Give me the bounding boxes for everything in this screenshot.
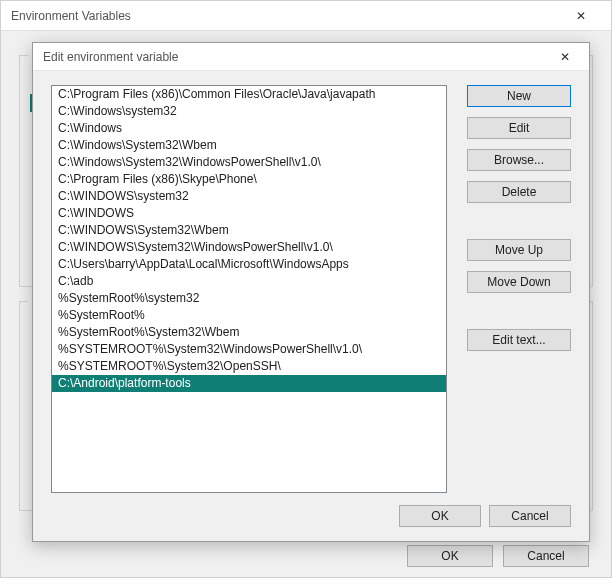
browse-button[interactable]: Browse... [467, 149, 571, 171]
list-item[interactable]: C:\Windows\system32 [52, 103, 446, 120]
delete-button[interactable]: Delete [467, 181, 571, 203]
list-item[interactable]: C:\Android\platform-tools [52, 375, 446, 392]
list-item[interactable]: C:\WINDOWS\System32\WindowsPowerShell\v1… [52, 239, 446, 256]
button-gap [467, 213, 571, 239]
list-item[interactable]: C:\Windows\System32\WindowsPowerShell\v1… [52, 154, 446, 171]
ok-button[interactable]: OK [399, 505, 481, 527]
edit-text-button[interactable]: Edit text... [467, 329, 571, 351]
cancel-button[interactable]: Cancel [503, 545, 589, 567]
list-item[interactable]: C:\Users\barry\AppData\Local\Microsoft\W… [52, 256, 446, 273]
edit-env-var-bottom-buttons: OK Cancel [399, 505, 571, 527]
side-buttons: New Edit Browse... Delete Move Up Move D… [467, 85, 571, 361]
edit-env-var-body: C:\Program Files (x86)\Common Files\Orac… [33, 71, 589, 541]
list-item[interactable]: C:\WINDOWS\System32\Wbem [52, 222, 446, 239]
list-item[interactable]: %SystemRoot%\System32\Wbem [52, 324, 446, 341]
button-gap [467, 303, 571, 329]
list-item[interactable]: C:\Program Files (x86)\Common Files\Orac… [52, 86, 446, 103]
list-item[interactable]: C:\Windows\System32\Wbem [52, 137, 446, 154]
edit-button[interactable]: Edit [467, 117, 571, 139]
cancel-button[interactable]: Cancel [489, 505, 571, 527]
edit-env-var-titlebar: Edit environment variable ✕ [33, 43, 589, 71]
list-item[interactable]: C:\adb [52, 273, 446, 290]
new-button[interactable]: New [467, 85, 571, 107]
list-item[interactable]: C:\WINDOWS [52, 205, 446, 222]
env-vars-bottom-buttons: OK Cancel [407, 545, 589, 567]
ok-button[interactable]: OK [407, 545, 493, 567]
env-vars-titlebar: Environment Variables ✕ [1, 1, 611, 31]
path-listbox[interactable]: C:\Program Files (x86)\Common Files\Orac… [51, 85, 447, 493]
edit-env-var-title: Edit environment variable [43, 50, 178, 64]
list-item[interactable]: C:\WINDOWS\system32 [52, 188, 446, 205]
list-item[interactable]: %SYSTEMROOT%\System32\OpenSSH\ [52, 358, 446, 375]
move-up-button[interactable]: Move Up [467, 239, 571, 261]
list-item[interactable]: C:\Windows [52, 120, 446, 137]
edit-env-var-dialog: Edit environment variable ✕ C:\Program F… [32, 42, 590, 542]
list-item[interactable]: %SystemRoot%\system32 [52, 290, 446, 307]
list-item[interactable]: %SystemRoot% [52, 307, 446, 324]
list-item[interactable]: C:\Program Files (x86)\Skype\Phone\ [52, 171, 446, 188]
list-item[interactable]: %SYSTEMROOT%\System32\WindowsPowerShell\… [52, 341, 446, 358]
move-down-button[interactable]: Move Down [467, 271, 571, 293]
close-icon[interactable]: ✕ [561, 1, 601, 31]
close-icon[interactable]: ✕ [545, 43, 585, 71]
env-vars-title: Environment Variables [11, 1, 131, 31]
